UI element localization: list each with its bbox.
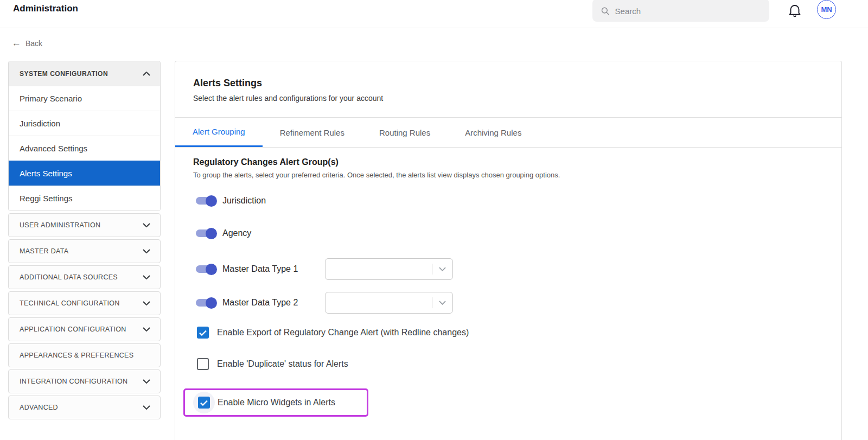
sidebar-section-label: APPEARANCES & PREFERENCES bbox=[20, 352, 133, 359]
search-input[interactable] bbox=[615, 7, 762, 16]
sidebar: SYSTEM CONFIGURATION Primary Scenario Ju… bbox=[8, 61, 161, 419]
tab-bar: Alert Grouping Refinement Rules Routing … bbox=[175, 118, 841, 148]
chevron-down-icon bbox=[439, 301, 446, 305]
sidebar-item-label: Jurisdiction bbox=[20, 119, 60, 128]
sidebar-section-label: APPLICATION CONFIGURATION bbox=[20, 326, 126, 333]
tab-archiving-rules[interactable]: Archiving Rules bbox=[448, 118, 539, 147]
checkmark-icon bbox=[200, 400, 208, 406]
sidebar-item-advanced-settings[interactable]: Advanced Settings bbox=[9, 136, 160, 161]
sidebar-section-technical-configuration[interactable]: TECHNICAL CONFIGURATION bbox=[8, 291, 161, 315]
panel-subtitle: Select the alert rules and configuration… bbox=[193, 94, 824, 103]
sidebar-section-system-configuration: SYSTEM CONFIGURATION Primary Scenario Ju… bbox=[8, 61, 161, 211]
sidebar-section-master-data[interactable]: MASTER DATA bbox=[8, 239, 161, 263]
sidebar-section-label: INTEGRATION CONFIGURATION bbox=[20, 378, 127, 385]
chevron-down-icon bbox=[143, 223, 150, 227]
sidebar-section-appearances-preferences[interactable]: APPEARANCES & PREFERENCES bbox=[8, 343, 161, 367]
dropdown-divider bbox=[432, 297, 432, 308]
enable-micro-widgets-checkbox[interactable] bbox=[198, 397, 210, 409]
page-title: Administration bbox=[13, 3, 78, 14]
sidebar-section-label: TECHNICAL CONFIGURATION bbox=[20, 299, 120, 307]
sidebar-section-advanced[interactable]: ADVANCED bbox=[8, 396, 161, 419]
tab-refinement-rules[interactable]: Refinement Rules bbox=[263, 118, 362, 147]
sidebar-section-label: MASTER DATA bbox=[20, 247, 68, 255]
alert-option-checkboxes: Enable Export of Regulatory Change Alert… bbox=[193, 326, 824, 417]
search-icon bbox=[601, 7, 610, 16]
toggle-row-jurisdiction: Jurisdiction bbox=[196, 193, 824, 208]
toggle-knob bbox=[206, 264, 217, 275]
sidebar-section-label: USER ADMINISTRATION bbox=[20, 221, 100, 229]
sidebar-section-label: ADVANCED bbox=[20, 404, 58, 411]
checkbox-row-enable-duplicate: Enable 'Duplicate' status for Alerts bbox=[197, 357, 824, 371]
agency-toggle[interactable] bbox=[196, 229, 215, 237]
chevron-down-icon bbox=[143, 275, 150, 279]
avatar[interactable]: MN bbox=[817, 0, 836, 19]
tab-routing-rules[interactable]: Routing Rules bbox=[362, 118, 448, 147]
checkbox-label: Enable Micro Widgets in Alerts bbox=[218, 398, 335, 407]
sidebar-section-application-configuration[interactable]: APPLICATION CONFIGURATION bbox=[8, 317, 161, 341]
checkbox-label: Enable Export of Regulatory Change Alert… bbox=[217, 328, 469, 337]
sidebar-section-user-administration[interactable]: USER ADMINISTRATION bbox=[8, 213, 161, 237]
sidebar-section-label: SYSTEM CONFIGURATION bbox=[20, 70, 108, 78]
master-data-type-2-toggle[interactable] bbox=[196, 299, 215, 307]
toggle-knob bbox=[206, 297, 217, 309]
sidebar-item-alerts-settings[interactable]: Alerts Settings bbox=[9, 161, 160, 186]
chevron-down-icon bbox=[143, 301, 150, 305]
section-description: To group the alerts, select your preferr… bbox=[193, 171, 824, 179]
notifications-button[interactable] bbox=[787, 2, 803, 18]
chevron-down-icon bbox=[143, 379, 150, 384]
sidebar-item-label: Reggi Settings bbox=[20, 194, 73, 203]
chevron-down-icon bbox=[143, 327, 150, 331]
alerts-settings-panel: Alerts Settings Select the alert rules a… bbox=[175, 61, 842, 440]
panel-header: Alerts Settings Select the alert rules a… bbox=[175, 61, 841, 118]
chevron-down-icon bbox=[143, 405, 150, 410]
search-box[interactable] bbox=[592, 0, 769, 22]
checkbox-row-enable-export: Enable Export of Regulatory Change Alert… bbox=[197, 326, 824, 340]
chevron-up-icon bbox=[143, 72, 150, 76]
sidebar-item-primary-scenario[interactable]: Primary Scenario bbox=[9, 86, 160, 111]
toggle-label: Agency bbox=[222, 228, 251, 238]
toggle-knob bbox=[206, 228, 217, 239]
master-data-type-1-toggle[interactable] bbox=[196, 265, 215, 273]
master-data-type-2-dropdown[interactable] bbox=[325, 292, 453, 314]
sidebar-item-jurisdiction[interactable]: Jurisdiction bbox=[9, 111, 160, 136]
toggle-knob bbox=[206, 195, 217, 207]
toggle-row-master-data-type-1: Master Data Type 1 bbox=[196, 258, 824, 280]
dropdown-divider bbox=[432, 264, 432, 275]
panel-title: Alerts Settings bbox=[193, 78, 824, 89]
toggle-row-master-data-type-2: Master Data Type 2 bbox=[196, 292, 824, 314]
app-header: Administration MN bbox=[0, 0, 868, 28]
tab-alert-grouping[interactable]: Alert Grouping bbox=[175, 118, 263, 147]
back-label: Back bbox=[25, 39, 42, 48]
section-title: Regulatory Changes Alert Group(s) bbox=[193, 157, 824, 167]
toggle-label: Master Data Type 1 bbox=[222, 264, 325, 274]
checkbox-ripple bbox=[193, 392, 215, 413]
enable-export-checkbox[interactable] bbox=[197, 327, 209, 339]
tab-content: Regulatory Changes Alert Group(s) To gro… bbox=[175, 148, 841, 417]
grouping-toggles: Jurisdiction Agency Master Data Type 1 M… bbox=[193, 193, 824, 314]
jurisdiction-toggle[interactable] bbox=[196, 197, 215, 205]
toggle-label: Jurisdiction bbox=[222, 196, 266, 206]
sidebar-item-label: Advanced Settings bbox=[20, 144, 87, 153]
bell-icon bbox=[787, 2, 803, 18]
master-data-type-1-dropdown[interactable] bbox=[325, 258, 453, 280]
sidebar-section-integration-configuration[interactable]: INTEGRATION CONFIGURATION bbox=[8, 369, 161, 393]
checkmark-icon bbox=[199, 330, 207, 336]
toggle-row-agency: Agency bbox=[196, 226, 824, 241]
back-arrow-icon: ← bbox=[12, 38, 21, 49]
back-link[interactable]: ← Back bbox=[12, 38, 42, 49]
checkbox-label: Enable 'Duplicate' status for Alerts bbox=[217, 359, 348, 369]
avatar-initials: MN bbox=[821, 5, 832, 14]
chevron-down-icon bbox=[439, 267, 446, 271]
micro-widgets-highlight-box: Enable Micro Widgets in Alerts bbox=[183, 388, 368, 417]
sidebar-section-header-system-configuration[interactable]: SYSTEM CONFIGURATION bbox=[9, 61, 160, 86]
sidebar-section-label: ADDITIONAL DATA SOURCES bbox=[20, 273, 118, 281]
toggle-label: Master Data Type 2 bbox=[222, 298, 325, 308]
sidebar-section-additional-data-sources[interactable]: ADDITIONAL DATA SOURCES bbox=[8, 265, 161, 289]
enable-duplicate-checkbox[interactable] bbox=[197, 358, 209, 370]
sidebar-item-reggi-settings[interactable]: Reggi Settings bbox=[9, 186, 160, 211]
sidebar-item-label: Primary Scenario bbox=[20, 94, 82, 103]
sidebar-item-label: Alerts Settings bbox=[20, 169, 72, 178]
chevron-down-icon bbox=[143, 249, 150, 253]
